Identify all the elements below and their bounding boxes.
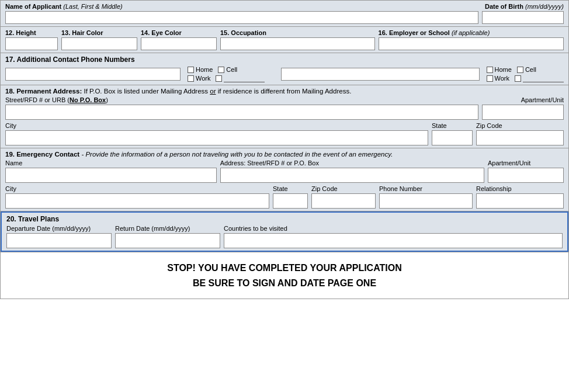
street-label: Street/RFD # or URB (No P.O. Box) xyxy=(5,96,478,103)
home-checkbox-row-2: Home Cell xyxy=(487,66,564,73)
apt-field-group-perm: Apartment/Unit xyxy=(482,96,564,120)
height-field-group: 12. Height xyxy=(5,29,58,50)
eye-field-group: 14. Eye Color xyxy=(141,29,217,50)
home-label-2: Home xyxy=(495,66,512,73)
employer-input[interactable] xyxy=(379,37,564,50)
travel-plans-title: 20. Travel Plans xyxy=(6,215,563,223)
state-label-perm: State xyxy=(432,122,473,129)
home-checkbox-2[interactable] xyxy=(487,67,493,73)
occupation-field-group: 15. Occupation xyxy=(220,29,375,50)
emergency-city-input[interactable] xyxy=(5,193,269,209)
work-checkbox-row-2: Work xyxy=(487,74,564,82)
emergency-zip-group: Zip Code xyxy=(311,185,376,209)
phone-input-2[interactable] xyxy=(281,68,479,81)
emergency-zip-label: Zip Code xyxy=(311,185,376,192)
work-label-2: Work xyxy=(495,75,509,82)
occupation-input[interactable] xyxy=(220,37,375,50)
emergency-name-label: Name xyxy=(5,159,217,166)
emergency-relationship-group: Relationship xyxy=(476,185,564,209)
row-personal-info: 12. Height 13. Hair Color 14. Eye Color … xyxy=(1,27,568,53)
stop-line-2: BE SURE TO SIGN AND DATE PAGE ONE xyxy=(5,276,564,291)
hair-label: 13. Hair Color xyxy=(61,29,137,36)
emergency-city-group: City xyxy=(5,185,269,209)
permanent-address-title: 18. Permanent Address: If P.O. Box is li… xyxy=(5,88,564,95)
other-line-2 xyxy=(523,74,564,82)
return-date-group: Return Date (mm/dd/yyyy) xyxy=(115,225,220,248)
apt-input-perm[interactable] xyxy=(482,105,564,120)
cell-checkbox-2[interactable] xyxy=(517,67,523,73)
employer-field-group: 16. Employer or School (if applicable) xyxy=(379,29,564,50)
countries-input[interactable] xyxy=(224,233,563,248)
stop-message: STOP! YOU HAVE COMPLETED YOUR APPLICATIO… xyxy=(5,261,564,290)
emergency-state-label: State xyxy=(273,185,308,192)
stop-line-1: STOP! YOU HAVE COMPLETED YOUR APPLICATIO… xyxy=(5,261,564,276)
row-permanent-address: 18. Permanent Address: If P.O. Box is li… xyxy=(1,85,568,148)
departure-date-input[interactable] xyxy=(6,233,112,248)
hair-input[interactable] xyxy=(61,37,137,50)
return-date-label: Return Date (mm/dd/yyyy) xyxy=(115,225,220,232)
phone-input-1[interactable] xyxy=(5,68,181,81)
emergency-name-group: Name xyxy=(5,159,217,183)
countries-group: Countries to be visited xyxy=(224,225,563,248)
zip-input-perm[interactable] xyxy=(476,130,564,145)
work-checkbox-1[interactable] xyxy=(188,75,194,82)
height-label: 12. Height xyxy=(5,29,58,36)
other-checkbox-1[interactable] xyxy=(216,75,222,82)
additional-contact-title: 17. Additional Contact Phone Numbers xyxy=(5,55,564,64)
emergency-state-input[interactable] xyxy=(273,193,308,209)
apt-label-perm: Apartment/Unit xyxy=(482,96,564,103)
emergency-apt-input[interactable] xyxy=(488,168,564,183)
emergency-contact-title: 19. Emergency Contact - Provide the info… xyxy=(5,151,564,158)
dob-input[interactable] xyxy=(482,11,564,24)
height-input[interactable] xyxy=(5,37,58,50)
dob-label: Date of Birth (mm/dd/yyyy) xyxy=(482,3,564,10)
countries-label: Countries to be visited xyxy=(224,225,563,232)
emergency-name-input[interactable] xyxy=(5,168,217,183)
city-input-perm[interactable] xyxy=(5,130,428,145)
emergency-city-label: City xyxy=(5,185,269,192)
state-input-perm[interactable] xyxy=(432,130,473,145)
name-field-group: Name of Applicant (Last, First & Middle) xyxy=(5,3,478,24)
city-label-perm: City xyxy=(5,122,428,129)
emergency-address-label: Address: Street/RFD # or P.O. Box xyxy=(220,159,484,166)
other-line-1 xyxy=(224,74,265,82)
zip-label-perm: Zip Code xyxy=(476,122,564,129)
emergency-apt-label: Apartment/Unit xyxy=(488,159,564,166)
city-field-group-perm: City xyxy=(5,122,428,145)
cell-checkbox-1[interactable] xyxy=(218,67,224,73)
row-name-dob: Name of Applicant (Last, First & Middle)… xyxy=(1,1,568,27)
zip-field-group-perm: Zip Code xyxy=(476,122,564,145)
emergency-state-group: State xyxy=(273,185,308,209)
emergency-zip-input[interactable] xyxy=(311,193,376,209)
hair-field-group: 13. Hair Color xyxy=(61,29,137,50)
form-container: Name of Applicant (Last, First & Middle)… xyxy=(0,0,569,299)
emergency-apt-group: Apartment/Unit xyxy=(488,159,564,183)
departure-date-label: Departure Date (mm/dd/yyyy) xyxy=(6,225,112,232)
cell-label-1: Cell xyxy=(226,66,237,73)
work-checkbox-2[interactable] xyxy=(487,75,493,82)
emergency-address-input[interactable] xyxy=(220,168,484,183)
street-input[interactable] xyxy=(5,105,478,120)
stop-message-row: STOP! YOU HAVE COMPLETED YOUR APPLICATIO… xyxy=(1,252,568,299)
other-checkbox-2[interactable] xyxy=(515,75,521,82)
cell-label-2: Cell xyxy=(525,66,536,73)
home-label-1: Home xyxy=(196,66,213,73)
emergency-relationship-label: Relationship xyxy=(476,185,564,192)
eye-input[interactable] xyxy=(141,37,217,50)
return-date-input[interactable] xyxy=(115,233,220,248)
street-field-group: Street/RFD # or URB (No P.O. Box) xyxy=(5,96,478,120)
emergency-phone-group: Phone Number xyxy=(379,185,473,209)
emergency-relationship-input[interactable] xyxy=(476,193,564,209)
work-checkbox-row-1: Work xyxy=(188,74,265,82)
work-label-1: Work xyxy=(196,75,210,82)
name-input[interactable] xyxy=(5,11,478,24)
name-label: Name of Applicant (Last, First & Middle) xyxy=(5,3,478,10)
eye-label: 14. Eye Color xyxy=(141,29,217,36)
emergency-address-group: Address: Street/RFD # or P.O. Box xyxy=(220,159,484,183)
row-travel-plans: 20. Travel Plans Departure Date (mm/dd/y… xyxy=(1,211,568,252)
employer-label: 16. Employer or School (if applicable) xyxy=(379,29,564,36)
emergency-phone-input[interactable] xyxy=(379,193,473,209)
home-checkbox-1[interactable] xyxy=(188,67,194,73)
home-checkbox-row-1: Home Cell xyxy=(188,66,265,73)
emergency-phone-label: Phone Number xyxy=(379,185,473,192)
